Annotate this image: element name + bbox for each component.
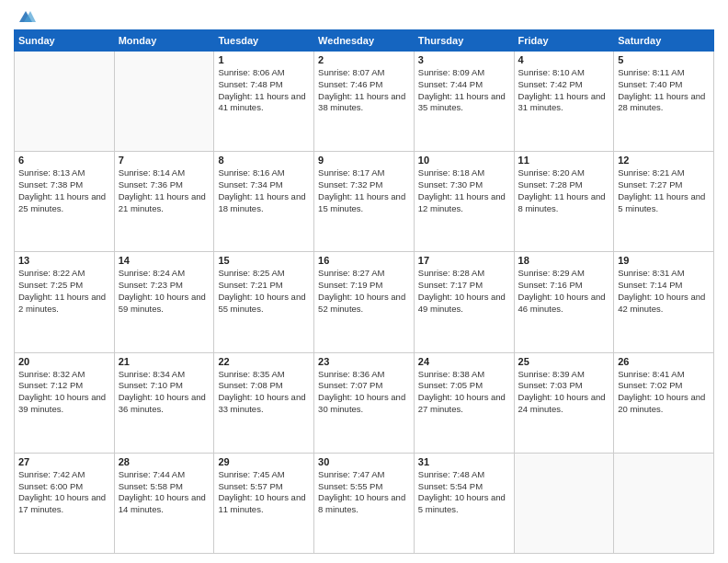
day-info: Sunrise: 7:44 AM Sunset: 5:58 PM Dayligh… <box>119 469 210 516</box>
header <box>14 9 714 22</box>
day-number: 24 <box>418 356 510 367</box>
day-info: Sunrise: 8:39 AM Sunset: 7:03 PM Dayligh… <box>518 369 610 416</box>
day-number: 9 <box>318 155 410 166</box>
day-info: Sunrise: 8:16 AM Sunset: 7:34 PM Dayligh… <box>218 167 310 214</box>
calendar-cell: 11Sunrise: 8:20 AM Sunset: 7:28 PM Dayli… <box>514 152 614 252</box>
logo <box>14 9 36 22</box>
day-info: Sunrise: 8:38 AM Sunset: 7:05 PM Dayligh… <box>418 369 510 416</box>
calendar-cell: 21Sunrise: 8:34 AM Sunset: 7:10 PM Dayli… <box>114 352 214 453</box>
day-number: 14 <box>119 255 210 266</box>
calendar-cell: 20Sunrise: 8:32 AM Sunset: 7:12 PM Dayli… <box>15 352 115 453</box>
day-number: 8 <box>218 155 310 166</box>
day-info: Sunrise: 8:24 AM Sunset: 7:23 PM Dayligh… <box>119 268 210 315</box>
day-number: 4 <box>518 54 610 65</box>
calendar-cell: 9Sunrise: 8:17 AM Sunset: 7:32 PM Daylig… <box>314 152 415 252</box>
day-number: 18 <box>518 255 610 266</box>
calendar-cell: 18Sunrise: 8:29 AM Sunset: 7:16 PM Dayli… <box>514 252 614 352</box>
calendar-header-saturday: Saturday <box>614 30 714 52</box>
calendar-cell: 15Sunrise: 8:25 AM Sunset: 7:21 PM Dayli… <box>214 252 314 352</box>
calendar-header-sunday: Sunday <box>15 30 115 52</box>
day-info: Sunrise: 8:14 AM Sunset: 7:36 PM Dayligh… <box>119 167 210 214</box>
calendar-cell: 3Sunrise: 8:09 AM Sunset: 7:44 PM Daylig… <box>414 52 514 152</box>
day-number: 3 <box>418 54 510 65</box>
day-number: 23 <box>318 356 410 367</box>
day-info: Sunrise: 8:25 AM Sunset: 7:21 PM Dayligh… <box>218 268 310 315</box>
calendar-cell: 23Sunrise: 8:36 AM Sunset: 7:07 PM Dayli… <box>314 352 415 453</box>
day-info: Sunrise: 8:07 AM Sunset: 7:46 PM Dayligh… <box>318 67 410 114</box>
calendar-header-friday: Friday <box>514 30 614 52</box>
calendar-cell: 10Sunrise: 8:18 AM Sunset: 7:30 PM Dayli… <box>414 152 514 252</box>
day-number: 27 <box>18 456 110 467</box>
day-number: 16 <box>318 255 410 266</box>
calendar-cell: 8Sunrise: 8:16 AM Sunset: 7:34 PM Daylig… <box>214 152 314 252</box>
calendar-week-row: 13Sunrise: 8:22 AM Sunset: 7:25 PM Dayli… <box>15 252 714 352</box>
day-info: Sunrise: 7:42 AM Sunset: 6:00 PM Dayligh… <box>18 469 110 516</box>
day-info: Sunrise: 8:18 AM Sunset: 7:30 PM Dayligh… <box>418 167 510 214</box>
day-info: Sunrise: 8:35 AM Sunset: 7:08 PM Dayligh… <box>218 369 310 416</box>
day-info: Sunrise: 8:32 AM Sunset: 7:12 PM Dayligh… <box>18 369 110 416</box>
logo-icon <box>16 9 36 26</box>
calendar-cell: 1Sunrise: 8:06 AM Sunset: 7:48 PM Daylig… <box>214 52 314 152</box>
day-number: 12 <box>618 155 710 166</box>
day-number: 15 <box>218 255 310 266</box>
calendar-cell: 19Sunrise: 8:31 AM Sunset: 7:14 PM Dayli… <box>614 252 714 352</box>
calendar-cell: 28Sunrise: 7:44 AM Sunset: 5:58 PM Dayli… <box>114 453 214 553</box>
calendar-week-row: 6Sunrise: 8:13 AM Sunset: 7:38 PM Daylig… <box>15 152 714 252</box>
day-info: Sunrise: 8:09 AM Sunset: 7:44 PM Dayligh… <box>418 67 510 114</box>
day-info: Sunrise: 8:10 AM Sunset: 7:42 PM Dayligh… <box>518 67 610 114</box>
day-info: Sunrise: 8:06 AM Sunset: 7:48 PM Dayligh… <box>218 67 310 114</box>
day-info: Sunrise: 8:41 AM Sunset: 7:02 PM Dayligh… <box>618 369 710 416</box>
calendar-cell: 24Sunrise: 8:38 AM Sunset: 7:05 PM Dayli… <box>414 352 514 453</box>
day-info: Sunrise: 8:17 AM Sunset: 7:32 PM Dayligh… <box>318 167 410 214</box>
day-number: 20 <box>18 356 110 367</box>
calendar-cell: 13Sunrise: 8:22 AM Sunset: 7:25 PM Dayli… <box>15 252 115 352</box>
day-info: Sunrise: 7:47 AM Sunset: 5:55 PM Dayligh… <box>318 469 410 516</box>
day-number: 28 <box>119 456 210 467</box>
calendar-cell: 7Sunrise: 8:14 AM Sunset: 7:36 PM Daylig… <box>114 152 214 252</box>
day-info: Sunrise: 8:34 AM Sunset: 7:10 PM Dayligh… <box>119 369 210 416</box>
calendar-week-row: 1Sunrise: 8:06 AM Sunset: 7:48 PM Daylig… <box>15 52 714 152</box>
calendar-cell: 14Sunrise: 8:24 AM Sunset: 7:23 PM Dayli… <box>114 252 214 352</box>
day-number: 11 <box>518 155 610 166</box>
calendar-cell: 26Sunrise: 8:41 AM Sunset: 7:02 PM Dayli… <box>614 352 714 453</box>
day-info: Sunrise: 8:27 AM Sunset: 7:19 PM Dayligh… <box>318 268 410 315</box>
day-info: Sunrise: 8:29 AM Sunset: 7:16 PM Dayligh… <box>518 268 610 315</box>
calendar-cell <box>114 52 214 152</box>
calendar-cell: 27Sunrise: 7:42 AM Sunset: 6:00 PM Dayli… <box>15 453 115 553</box>
calendar-header-thursday: Thursday <box>414 30 514 52</box>
calendar-cell: 22Sunrise: 8:35 AM Sunset: 7:08 PM Dayli… <box>214 352 314 453</box>
calendar-cell: 17Sunrise: 8:28 AM Sunset: 7:17 PM Dayli… <box>414 252 514 352</box>
day-number: 19 <box>618 255 710 266</box>
day-number: 31 <box>418 456 510 467</box>
day-number: 26 <box>618 356 710 367</box>
calendar-header-wednesday: Wednesday <box>314 30 415 52</box>
calendar-cell: 16Sunrise: 8:27 AM Sunset: 7:19 PM Dayli… <box>314 252 415 352</box>
day-info: Sunrise: 7:45 AM Sunset: 5:57 PM Dayligh… <box>218 469 310 516</box>
day-number: 13 <box>18 255 110 266</box>
day-info: Sunrise: 8:28 AM Sunset: 7:17 PM Dayligh… <box>418 268 510 315</box>
calendar-header-tuesday: Tuesday <box>214 30 314 52</box>
calendar-table: SundayMondayTuesdayWednesdayThursdayFrid… <box>14 29 714 554</box>
calendar-cell: 4Sunrise: 8:10 AM Sunset: 7:42 PM Daylig… <box>514 52 614 152</box>
day-number: 1 <box>218 54 310 65</box>
calendar-week-row: 20Sunrise: 8:32 AM Sunset: 7:12 PM Dayli… <box>15 352 714 453</box>
day-info: Sunrise: 8:31 AM Sunset: 7:14 PM Dayligh… <box>618 268 710 315</box>
day-number: 29 <box>218 456 310 467</box>
calendar-cell: 29Sunrise: 7:45 AM Sunset: 5:57 PM Dayli… <box>214 453 314 553</box>
calendar-cell: 25Sunrise: 8:39 AM Sunset: 7:03 PM Dayli… <box>514 352 614 453</box>
calendar-cell <box>614 453 714 553</box>
day-info: Sunrise: 8:21 AM Sunset: 7:27 PM Dayligh… <box>618 167 710 214</box>
calendar-header-monday: Monday <box>114 30 214 52</box>
day-number: 6 <box>18 155 110 166</box>
page: SundayMondayTuesdayWednesdayThursdayFrid… <box>0 0 728 563</box>
calendar-cell: 6Sunrise: 8:13 AM Sunset: 7:38 PM Daylig… <box>15 152 115 252</box>
day-number: 17 <box>418 255 510 266</box>
calendar-cell: 5Sunrise: 8:11 AM Sunset: 7:40 PM Daylig… <box>614 52 714 152</box>
calendar-week-row: 27Sunrise: 7:42 AM Sunset: 6:00 PM Dayli… <box>15 453 714 553</box>
day-number: 21 <box>119 356 210 367</box>
day-info: Sunrise: 7:48 AM Sunset: 5:54 PM Dayligh… <box>418 469 510 516</box>
calendar-header-row: SundayMondayTuesdayWednesdayThursdayFrid… <box>15 30 714 52</box>
day-info: Sunrise: 8:36 AM Sunset: 7:07 PM Dayligh… <box>318 369 410 416</box>
calendar-cell: 12Sunrise: 8:21 AM Sunset: 7:27 PM Dayli… <box>614 152 714 252</box>
day-info: Sunrise: 8:20 AM Sunset: 7:28 PM Dayligh… <box>518 167 610 214</box>
